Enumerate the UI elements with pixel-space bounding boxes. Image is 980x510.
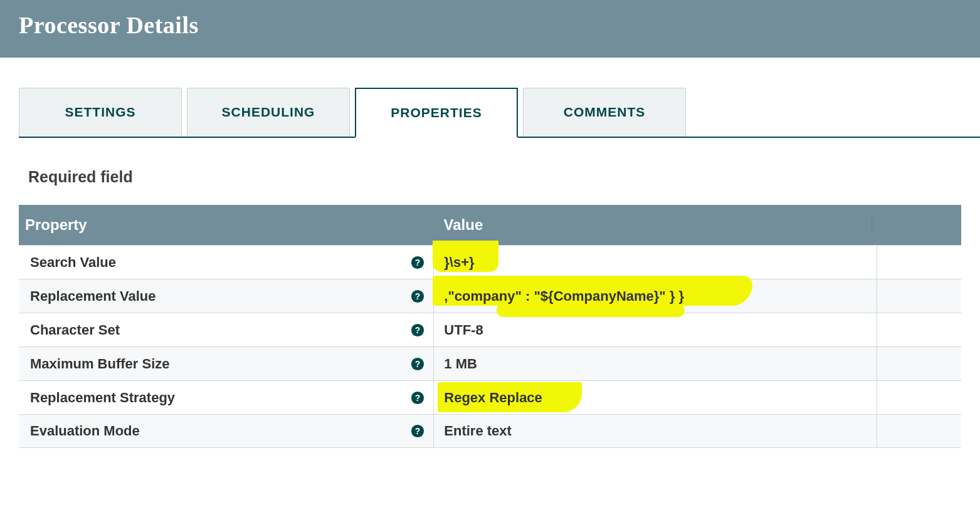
page-title: Processor Details <box>19 11 961 39</box>
history-indicator[interactable] <box>877 381 961 414</box>
table-header-property: Property <box>25 216 435 234</box>
property-name: Replacement Strategy <box>30 390 175 406</box>
history-indicator[interactable] <box>877 279 961 313</box>
history-indicator[interactable] <box>877 347 961 380</box>
table-header-value: Value <box>435 216 872 234</box>
help-icon[interactable]: ? <box>411 323 424 337</box>
property-name: Evaluation Mode <box>30 423 140 439</box>
help-icon[interactable]: ? <box>411 289 424 303</box>
property-name: Replacement Value <box>30 288 156 304</box>
table-row[interactable]: Evaluation Mode ? Entire text <box>19 414 961 448</box>
history-indicator[interactable] <box>877 415 961 447</box>
help-icon[interactable]: ? <box>411 424 424 438</box>
property-value: Regex Replace <box>444 390 542 406</box>
properties-table: Property Value Search Value ? }\s+} Repl… <box>19 205 961 448</box>
property-name: Character Set <box>30 322 120 338</box>
property-name: Search Value <box>30 254 116 271</box>
tab-settings[interactable]: SETTINGS <box>19 88 182 137</box>
tabs-container: SETTINGS SCHEDULING PROPERTIES COMMENTS <box>19 88 980 138</box>
svg-text:?: ? <box>415 258 420 267</box>
svg-text:?: ? <box>415 427 420 436</box>
table-header-row: Property Value <box>19 205 961 245</box>
property-value: }\s+} <box>444 254 474 271</box>
svg-text:?: ? <box>415 359 420 368</box>
table-row[interactable]: Replacement Value ? ,"company" : "${Comp… <box>19 279 961 313</box>
svg-text:?: ? <box>415 393 420 402</box>
table-row[interactable]: Search Value ? }\s+} <box>19 245 961 279</box>
svg-text:?: ? <box>415 291 420 301</box>
dialog-header: Processor Details <box>0 0 980 58</box>
history-indicator[interactable] <box>877 246 961 279</box>
table-row[interactable]: Replacement Strategy ? Regex Replace <box>19 380 961 414</box>
help-icon[interactable]: ? <box>411 357 424 371</box>
help-icon[interactable]: ? <box>411 391 424 405</box>
history-indicator[interactable] <box>877 313 961 346</box>
table-row[interactable]: Maximum Buffer Size ? 1 MB <box>19 346 961 380</box>
property-value: ,"company" : "${CompanyName}" } } <box>444 288 684 304</box>
property-value: UTF-8 <box>444 322 483 338</box>
tab-scheduling[interactable]: SCHEDULING <box>187 88 350 137</box>
table-header-indicator <box>872 216 955 234</box>
property-value: 1 MB <box>444 356 477 372</box>
svg-text:?: ? <box>415 325 420 335</box>
dialog-content: SETTINGS SCHEDULING PROPERTIES COMMENTS … <box>0 88 980 448</box>
required-field-label: Required field <box>28 168 980 186</box>
property-name: Maximum Buffer Size <box>30 356 170 372</box>
tab-properties[interactable]: PROPERTIES <box>355 88 518 138</box>
help-icon[interactable]: ? <box>411 256 424 269</box>
property-value: Entire text <box>444 423 512 439</box>
tab-comments[interactable]: COMMENTS <box>523 88 686 137</box>
table-row[interactable]: Character Set ? UTF-8 <box>19 313 961 346</box>
